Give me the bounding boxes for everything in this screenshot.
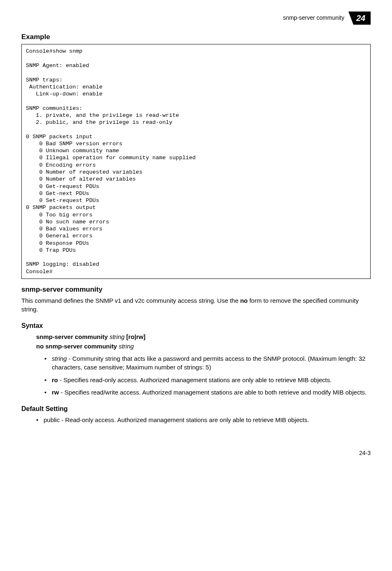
syntax-arg-2: string	[119, 343, 134, 350]
param3-term: rw	[52, 389, 59, 396]
param1-term: string	[52, 355, 67, 362]
example-heading: Example	[21, 32, 371, 42]
syntax-heading: Syntax	[21, 321, 371, 330]
page-header: snmp-server community 24	[21, 12, 371, 25]
cmd-desc-bold: no	[240, 297, 247, 304]
syntax-line-1: snmp-server community string [ro|rw]	[36, 333, 371, 341]
console-output: Console#show snmp SNMP Agent: enabled SN…	[21, 44, 371, 279]
syntax-arg-1: string	[109, 333, 125, 340]
syntax-br-close: ]	[143, 333, 145, 340]
chapter-badge: 24	[348, 12, 371, 25]
default-bullet-list: public - Read-only access. Authorized ma…	[36, 416, 371, 425]
param-bullet-list: string - Community string that acts like…	[44, 355, 371, 397]
command-description: This command defines the SNMP v1 and v2c…	[21, 297, 371, 313]
syntax-cmd-1: snmp-server community	[36, 333, 108, 340]
chapter-number: 24	[356, 14, 365, 23]
syntax-opt2: rw	[136, 333, 143, 340]
param-bullet-1: string - Community string that acts like…	[44, 355, 371, 371]
chapter-badge-icon: 24	[348, 12, 371, 25]
cmd-desc-pre: This command defines the SNMP v1 and v2c…	[21, 297, 240, 304]
param2-rest: - Specifies read-only access. Authorized…	[58, 376, 332, 383]
param-bullet-3: rw - Specifies read/write access. Author…	[44, 388, 371, 397]
syntax-block: snmp-server community string [ro|rw] no …	[36, 333, 371, 350]
param2-term: ro	[52, 376, 58, 383]
syntax-opt1: ro	[128, 333, 134, 340]
page-number: 24-3	[21, 449, 371, 457]
syntax-br-open: [	[125, 333, 128, 340]
syntax-line-2: no snmp-server community string	[36, 342, 371, 351]
default-setting-heading: Default Setting	[21, 404, 371, 413]
param1-rest: - Community string that acts like a pass…	[52, 355, 365, 371]
command-heading: snmp-server community	[21, 285, 371, 294]
param3-rest: - Specifies read/write access. Authorize…	[59, 389, 367, 396]
syntax-cmd-2: no snmp-server community	[36, 343, 117, 350]
running-title: snmp-server community	[283, 14, 344, 22]
default-bullet-1: public - Read-only access. Authorized ma…	[36, 416, 371, 425]
param-bullet-2: ro - Specifies read-only access. Authori…	[44, 376, 371, 385]
